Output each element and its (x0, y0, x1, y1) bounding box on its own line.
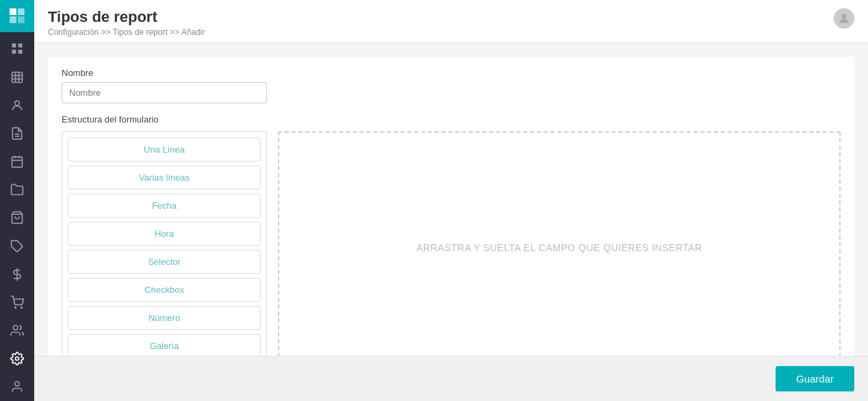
nombre-label: Nombre (62, 68, 841, 78)
field-btn-hora[interactable]: Hora (68, 222, 261, 246)
form-section: Nombre Estructura del formulario Una Lín… (48, 57, 854, 356)
sidebar-item-grid[interactable] (0, 63, 34, 91)
header-left: Tipos de report Configuración >> Tipos d… (48, 8, 205, 37)
sidebar-item-dollar[interactable] (0, 260, 34, 288)
field-btn-varias-lineas[interactable]: Varias líneas (68, 166, 261, 190)
field-btn-galeria[interactable]: Galería (68, 334, 261, 356)
sidebar-item-notes[interactable] (0, 119, 34, 147)
sidebar-item-tag[interactable] (0, 232, 34, 260)
svg-rect-0 (10, 9, 16, 16)
drop-zone-text: ARRASTRA Y SUELTA EL CAMPO QUE QUIERES I… (416, 242, 702, 253)
guardar-button[interactable]: Guardar (776, 366, 854, 391)
page-title: Tipos de report (48, 8, 205, 26)
svg-rect-2 (10, 16, 16, 23)
svg-rect-7 (18, 50, 23, 54)
sidebar-item-settings[interactable] (0, 345, 34, 373)
drop-zone[interactable]: ARRASTRA Y SUELTA EL CAMPO QUE QUIERES I… (278, 131, 841, 356)
sidebar-item-person[interactable] (0, 373, 34, 401)
svg-rect-8 (12, 72, 23, 82)
footer: Guardar (34, 356, 868, 401)
field-btn-una-linea[interactable]: Una Línea (68, 138, 261, 161)
sidebar-item-cart[interactable] (0, 288, 34, 316)
svg-point-28 (841, 14, 847, 19)
svg-rect-4 (12, 44, 16, 48)
svg-point-13 (15, 101, 20, 105)
svg-rect-16 (12, 157, 23, 167)
svg-point-26 (16, 357, 19, 361)
field-btn-fecha[interactable]: Fecha (68, 194, 261, 218)
sidebar-item-users[interactable] (0, 317, 34, 345)
sidebar-item-bag[interactable] (0, 204, 34, 232)
user-avatar[interactable] (834, 8, 854, 29)
logo[interactable] (0, 0, 34, 32)
sidebar (0, 0, 34, 401)
svg-rect-5 (18, 44, 23, 48)
field-btn-checkbox[interactable]: Checkbox (68, 278, 261, 302)
top-header: Tipos de report Configuración >> Tipos d… (34, 0, 868, 43)
main-content: Tipos de report Configuración >> Tipos d… (34, 0, 868, 401)
sidebar-item-calendar[interactable] (0, 147, 34, 175)
svg-point-23 (15, 307, 16, 309)
sidebar-item-folder[interactable] (0, 176, 34, 204)
svg-point-24 (21, 307, 23, 309)
field-btn-selector[interactable]: Selector (68, 250, 261, 274)
form-builder: Una Línea Varias líneas Fecha Hora Selec… (62, 131, 841, 356)
svg-point-27 (15, 382, 20, 387)
svg-rect-3 (18, 16, 25, 23)
estructura-label: Estructura del formulario (62, 114, 841, 125)
breadcrumb: Configuración >> Tipos de report >> Añad… (48, 27, 205, 37)
svg-point-25 (13, 326, 18, 331)
field-btn-numero[interactable]: Número (68, 306, 261, 330)
svg-rect-1 (18, 9, 25, 16)
content-area: Nombre Estructura del formulario Una Lín… (34, 43, 868, 356)
header-right (834, 8, 854, 29)
sidebar-item-dashboard[interactable] (0, 35, 34, 63)
field-palette: Una Línea Varias líneas Fecha Hora Selec… (62, 131, 267, 356)
svg-rect-6 (12, 50, 16, 54)
nombre-input[interactable] (62, 82, 267, 103)
sidebar-item-contacts[interactable] (0, 91, 34, 119)
